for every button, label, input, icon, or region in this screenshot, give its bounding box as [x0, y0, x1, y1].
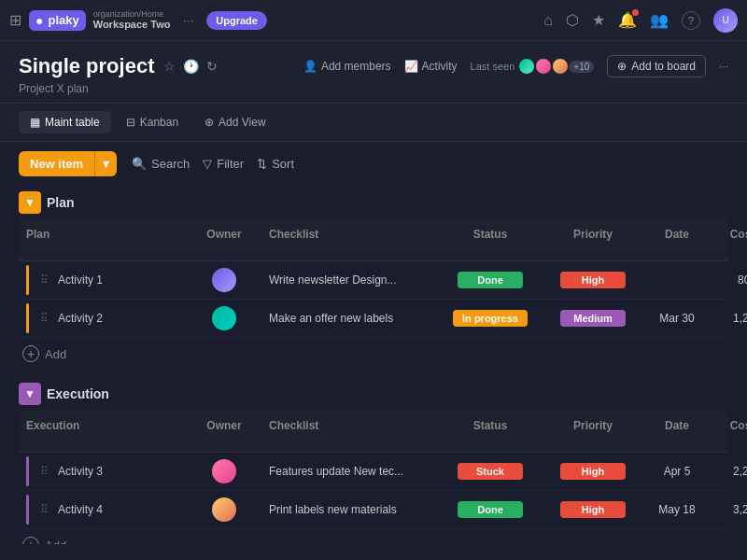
activity-name[interactable]: Activity 1 [58, 273, 103, 287]
row-exec-activity3-cost[interactable]: 2,200 [710, 461, 747, 482]
refresh-icon[interactable]: ↻ [206, 59, 218, 74]
activity-name[interactable]: Activity 2 [58, 312, 103, 325]
seen-avatar-1 [518, 58, 535, 75]
sort-button[interactable]: ⇅ Sort [257, 157, 294, 171]
tab-kanban[interactable]: ⊟ Kanban [115, 111, 190, 133]
col-date-exec: Date [644, 415, 710, 447]
star-icon[interactable]: ★ [592, 11, 605, 29]
group-plan: ▼ Plan Plan Owner Checklist Status Prior… [19, 186, 728, 370]
seen-avatar-3 [552, 58, 569, 75]
row-plan-activity2-checklist[interactable]: Make an offer new labels [261, 308, 439, 329]
row-exec-activity4-date[interactable]: May 18 [644, 499, 710, 520]
tab-add-view[interactable]: ⊕ Add View [193, 111, 276, 133]
group-execution: ▼ Execution Execution Owner Checklist St… [19, 377, 728, 544]
owner-avatar[interactable] [212, 268, 236, 292]
people-icon[interactable]: 👥 [650, 11, 669, 29]
drag-handle[interactable]: ⠿ [40, 273, 49, 287]
tab-main-table-label: Maint table [45, 116, 100, 129]
logo-icon: ● [35, 13, 43, 28]
new-item-caret[interactable]: ▾ [94, 151, 117, 176]
priority-badge[interactable]: High [560, 501, 626, 518]
col-priority-exec: Priority [542, 415, 644, 447]
header-actions: 👤 Add members 📈 Activity Last seen +10 ⊕… [303, 55, 728, 77]
owner-avatar[interactable] [212, 497, 236, 522]
activity-button[interactable]: 📈 Activity [404, 60, 458, 73]
gift-icon[interactable]: ⬡ [566, 11, 579, 29]
workspace-name: Workspace Two [93, 19, 171, 31]
group-plan-toggle[interactable]: ▼ [19, 191, 41, 214]
table-icon: ▦ [30, 116, 40, 129]
add-members-icon: 👤 [303, 60, 317, 73]
row-exec-activity4-name: ⠿ Activity 4 [19, 491, 187, 528]
status-badge[interactable]: Done [458, 501, 523, 518]
new-item-button[interactable]: New item ▾ [19, 151, 117, 176]
filter-icon: ▽ [203, 157, 212, 171]
col-execution: Execution [19, 415, 187, 447]
row-exec-activity4-cost[interactable]: 3,250 [710, 499, 747, 520]
user-avatar[interactable]: U [713, 8, 738, 33]
row-plan-activity2-date[interactable]: Mar 30 [644, 308, 710, 329]
bell-icon[interactable]: 🔔 [618, 11, 637, 29]
drag-handle[interactable]: ⠿ [40, 312, 49, 325]
col-owner-plan: Owner [187, 224, 261, 256]
table-row: ⠿ Activity 2 Make an offer new labels In… [19, 300, 728, 338]
search-button[interactable]: 🔍 Search [132, 157, 190, 171]
clock-icon[interactable]: 🕐 [183, 59, 199, 74]
row-exec-activity3-date[interactable]: Apr 5 [644, 461, 710, 482]
drag-handle[interactable]: ⠿ [40, 465, 49, 478]
row-exec-activity4-checklist[interactable]: Print labels new materials [261, 499, 439, 520]
star-project-icon[interactable]: ☆ [163, 59, 176, 74]
filter-button[interactable]: ▽ Filter [203, 157, 244, 171]
owner-avatar[interactable] [212, 306, 236, 330]
tabs-row: ▦ Maint table ⊟ Kanban ⊕ Add View [0, 104, 747, 142]
group-execution-name: Execution [47, 386, 728, 401]
owner-avatar[interactable] [212, 459, 236, 483]
add-members-button[interactable]: 👤 Add members [303, 60, 391, 73]
brand-logo[interactable]: ● plaky [29, 10, 86, 31]
row-plan-activity1-checklist[interactable]: Write newsletter Design... [261, 270, 439, 290]
drag-handle[interactable]: ⠿ [40, 503, 49, 516]
add-row-plan[interactable]: + Add [19, 338, 728, 370]
add-row-label: Add [45, 539, 66, 545]
priority-badge[interactable]: High [560, 463, 626, 480]
activity-name[interactable]: Activity 3 [58, 465, 103, 478]
status-badge[interactable]: Done [458, 272, 523, 288]
notification-dot [632, 9, 639, 16]
upgrade-button[interactable]: Upgrade [206, 11, 267, 30]
grid-icon[interactable]: ⊞ [9, 11, 21, 29]
row-plan-activity2-owner [187, 302, 261, 334]
tab-main-table[interactable]: ▦ Maint table [19, 111, 111, 133]
col-checklist-plan: Checklist [261, 224, 439, 256]
seen-count: +10 [569, 61, 594, 73]
row-exec-activity3-checklist[interactable]: Features update New tec... [261, 461, 439, 482]
toolbar-actions: 🔍 Search ▽ Filter ⇅ Sort [132, 157, 294, 171]
header-more-button[interactable]: ··· [719, 60, 728, 73]
brand-name: plaky [48, 13, 78, 27]
row-plan-activity1-cost[interactable]: 800 [710, 270, 747, 290]
table-row: ⠿ Activity 3 Features update New tec... … [19, 453, 728, 491]
row-plan-activity2-name: ⠿ Activity 2 [19, 300, 187, 337]
priority-badge[interactable]: Medium [560, 310, 626, 327]
col-priority-plan: Priority [542, 224, 644, 256]
new-item-label: New item [19, 151, 94, 176]
status-badge[interactable]: In progress [453, 310, 528, 327]
table-area: ▼ Plan Plan Owner Checklist Status Prior… [0, 186, 747, 544]
row-plan-activity2-cost[interactable]: 1,200 [710, 308, 747, 329]
col-plan: Plan [19, 224, 187, 256]
priority-badge[interactable]: High [560, 272, 626, 288]
row-plan-activity1-date[interactable] [644, 276, 710, 284]
project-header: Single project ☆ 🕐 ↻ 👤 Add members 📈 Act… [0, 41, 747, 104]
row-exec-activity3-priority: High [542, 459, 644, 483]
add-row-icon: + [22, 345, 39, 362]
add-row-exec[interactable]: + Add [19, 529, 728, 544]
group-execution-toggle[interactable]: ▼ [19, 383, 41, 405]
help-icon[interactable]: ? [682, 11, 700, 30]
activity-name[interactable]: Activity 4 [58, 503, 103, 516]
add-to-board-button[interactable]: ⊕ Add to board [607, 55, 706, 77]
status-badge[interactable]: Stuck [458, 463, 523, 480]
toolbar: New item ▾ 🔍 Search ▽ Filter ⇅ Sort [0, 142, 747, 186]
col-owner-exec: Owner [187, 415, 261, 447]
home-icon[interactable]: ⌂ [543, 12, 553, 29]
nav-more-button[interactable]: ··· [177, 11, 199, 29]
table-row: ⠿ Activity 4 Print labels new materials … [19, 491, 728, 529]
